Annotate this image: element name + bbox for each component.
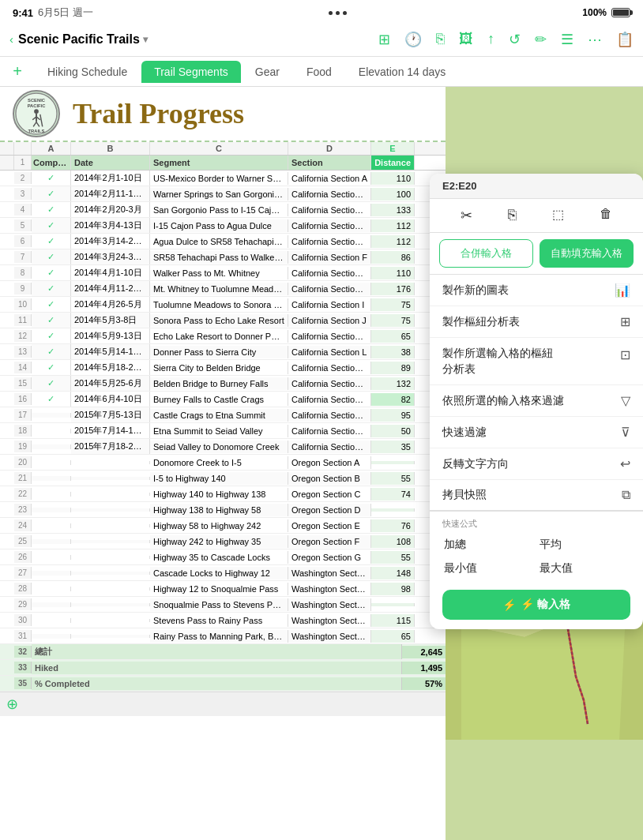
tab-trail-segments[interactable]: Trail Segments — [141, 61, 241, 83]
autofill-button[interactable]: 自動填充輸入格 — [540, 239, 634, 268]
status-date: 6月5日 週一 — [38, 6, 93, 20]
date-cell: 2014年5月14-17日 — [71, 344, 150, 359]
segment-cell: San Gorgonio Pass to I-15 Cajon Pass — [150, 204, 288, 216]
check-cell: ✓ — [32, 344, 71, 359]
distance-cell: 176 — [371, 283, 415, 295]
section-cell: Washington Section J — [288, 598, 371, 611]
formula-max[interactable]: 最大值 — [538, 558, 630, 579]
delete-icon[interactable]: 🗑 — [600, 207, 612, 224]
table-row[interactable]: 14 ✓ 2014年5月18-24日 Sierra City to Belden… — [0, 360, 446, 376]
section-cell: California Section C — [288, 204, 371, 216]
table-row[interactable]: 23 Highway 138 to Highway 58 Oregon Sect… — [0, 502, 446, 518]
menu-item-text-direction[interactable]: 反轉文字方向 ↩ — [430, 448, 643, 480]
tab-elevation[interactable]: Elevation 14 days — [346, 61, 459, 83]
import-button[interactable]: ⚡ ⚡ 輸入格 — [442, 590, 630, 620]
table-row[interactable]: 15 ✓ 2014年5月25-6月 Belden Bridge to Burne… — [0, 376, 446, 392]
menu-item-filter[interactable]: 依照所選的輸入格來過濾 ▽ — [430, 385, 643, 417]
table-row[interactable]: 26 Highway 35 to Cascade Locks Oregon Se… — [0, 549, 446, 565]
table-row[interactable]: 24 Highway 58 to Highway 242 Oregon Sect… — [0, 518, 446, 534]
table-row[interactable]: 6 ✓ 2014年3月14-23日 Agua Dulce to SR58 Teh… — [0, 234, 446, 249]
menu-item-new-chart[interactable]: 製作新的圖表 📊 — [430, 275, 643, 306]
check-cell — [32, 523, 71, 528]
table-row[interactable]: 28 Highway 12 to Snoqualmie Pass Washing… — [0, 581, 446, 597]
table-row[interactable]: 11 ✓ 2014年5月3-8日 Sonora Pass to Echo Lak… — [0, 313, 446, 328]
table-row[interactable]: 13 ✓ 2014年5月14-17日 Donner Pass to Sierra… — [0, 344, 446, 360]
distance-cell: 132 — [371, 377, 415, 390]
edit-icon[interactable]: ✏ — [535, 31, 547, 48]
tab-hiking-schedule[interactable]: Hiking Schedule — [35, 61, 140, 83]
segment-cell: US-Mexico Border to Warner Springs — [150, 172, 288, 185]
table-row[interactable]: 31 Rainy Pass to Manning Park, B.C. Wash… — [0, 628, 446, 644]
table-row[interactable]: 18 2015年7月14-17日 Etna Summit to Seiad Va… — [0, 423, 446, 439]
header-banner: SCENIC PACIFIC TRAILS Trail Progress — [0, 87, 446, 142]
menu-item-quick-filter[interactable]: 快速過濾 ⊽ — [430, 417, 643, 448]
check-cell: ✓ — [32, 234, 71, 249]
distance-cell: 65 — [371, 630, 415, 643]
svg-point-3 — [34, 109, 39, 114]
share-icon[interactable]: ↑ — [487, 31, 494, 47]
table-row[interactable]: 30 Stevens Pass to Rainy Pass Washington… — [0, 613, 446, 628]
check-cell — [32, 460, 71, 465]
menu-icon[interactable]: ☰ — [561, 31, 573, 48]
formula-sum[interactable]: 加總 — [442, 534, 535, 555]
copy-icon-ctx[interactable]: ⎘ — [508, 207, 517, 224]
table-row[interactable]: 5 ✓ 2014年3月4-13日 I-15 Cajon Pass to Agua… — [0, 218, 446, 234]
trail-logo: SCENIC PACIFIC TRAILS — [13, 90, 60, 137]
table-row[interactable]: 19 2015年7月18-20日 Seiad Valley to Donomor… — [0, 439, 446, 455]
table-row[interactable]: 4 ✓ 2014年2月20-3月 San Gorgonio Pass to I-… — [0, 202, 446, 218]
table-row[interactable]: 12 ✓ 2014年5月9-13日 Echo Lake Resort to Do… — [0, 328, 446, 344]
table-row[interactable]: 29 Snoqualmie Pass to Stevens Pass Washi… — [0, 597, 446, 613]
segment-cell: Warner Springs to San Gorgonio Pass — [150, 188, 288, 201]
table-row[interactable]: 20 Donomore Creek to I-5 Oregon Section … — [0, 455, 446, 471]
column-headers: 1 Completed Date Segment Section Distanc… — [0, 156, 446, 171]
table-row[interactable]: 9 ✓ 2014年4月11-25日 Mt. Whitney to Tuolumn… — [0, 281, 446, 297]
tab-gear[interactable]: Gear — [243, 61, 292, 83]
dots-icon[interactable]: ⋯ — [588, 31, 602, 48]
copy-icon[interactable]: ⎘ — [436, 31, 445, 47]
table-row[interactable]: 8 ✓ 2014年4月1-10日 Walker Pass to Mt. Whit… — [0, 265, 446, 281]
segment-cell: Highway 140 to Highway 138 — [150, 488, 288, 501]
refresh-icon[interactable]: ↺ — [509, 31, 521, 48]
snapshot-icon: ⧉ — [622, 488, 630, 502]
add-tab-button[interactable]: + — [6, 62, 28, 81]
tabs: + Hiking Schedule Trail Segments Gear Fo… — [0, 57, 643, 87]
table-icon[interactable]: ⊞ — [378, 31, 390, 48]
table-row[interactable]: 10 ✓ 2014年4月26-5月 Tuolumne Meadows to So… — [0, 297, 446, 313]
tab-food[interactable]: Food — [294, 61, 344, 83]
table-row[interactable]: 27 Cascade Locks to Highway 12 Washingto… — [0, 565, 446, 581]
image-icon[interactable]: 🖼 — [459, 31, 473, 47]
table-row[interactable]: 3 ✓ 2014年2月11-19日 Warner Springs to San … — [0, 186, 446, 202]
formula-avg[interactable]: 平均 — [538, 534, 630, 555]
table-row[interactable]: 17 2015年7月5-13日 Castle Crags to Etna Sum… — [0, 407, 446, 423]
context-icons-row: ✂ ⎘ ⬚ 🗑 — [430, 199, 643, 233]
battery-icon — [611, 8, 630, 17]
date-cell: 2014年2月20-3月 — [71, 202, 150, 217]
segment-cell: Sierra City to Belden Bridge — [150, 362, 288, 374]
pivot-icon: ⊞ — [620, 314, 630, 329]
back-button[interactable]: ‹ — [9, 32, 13, 46]
section-cell: California Section O — [288, 393, 371, 406]
table-row[interactable]: 16 ✓ 2014年6月4-10日 Burney Falls to Castle… — [0, 392, 446, 407]
cut-icon[interactable]: ✂ — [461, 207, 472, 224]
book-icon[interactable]: 📋 — [616, 31, 634, 48]
date-cell: 2014年4月11-25日 — [71, 281, 150, 296]
merge-cells-button[interactable]: 合併輸入格 — [439, 239, 533, 268]
distance-cell: 75 — [371, 298, 415, 311]
menu-item-pivot[interactable]: 製作樞紐分析表 ⊞ — [430, 306, 643, 338]
table-row[interactable]: 22 Highway 140 to Highway 138 Oregon Sec… — [0, 486, 446, 502]
sheet-bottom-bar: ⊕ — [0, 692, 446, 716]
summary-row: 35 % Completed 57% — [0, 676, 446, 692]
bottom-icon[interactable]: ⊕ — [6, 696, 18, 713]
menu-item-selected-pivot[interactable]: 製作所選輸入格的樞紐分析表 ⊡ — [430, 338, 643, 385]
distance-cell: 100 — [371, 188, 415, 201]
section-cell: Oregon Section G — [288, 551, 371, 564]
date-cell: 2014年4月26-5月 — [71, 297, 150, 312]
table-row[interactable]: 7 ✓ 2014年3月24-31日 SR58 Tehachapi Pass to… — [0, 249, 446, 265]
history-icon[interactable]: 🕐 — [404, 31, 422, 48]
formula-min[interactable]: 最小值 — [442, 558, 535, 579]
table-row[interactable]: 21 I-5 to Highway 140 Oregon Section B 5… — [0, 471, 446, 486]
table-row[interactable]: 25 Highway 242 to Highway 35 Oregon Sect… — [0, 534, 446, 549]
menu-item-snapshot[interactable]: 拷貝快照 ⧉ — [430, 480, 643, 512]
paste-icon[interactable]: ⬚ — [552, 207, 564, 224]
table-row[interactable]: 2 ✓ 2014年2月1-10日 US-Mexico Border to War… — [0, 171, 446, 186]
